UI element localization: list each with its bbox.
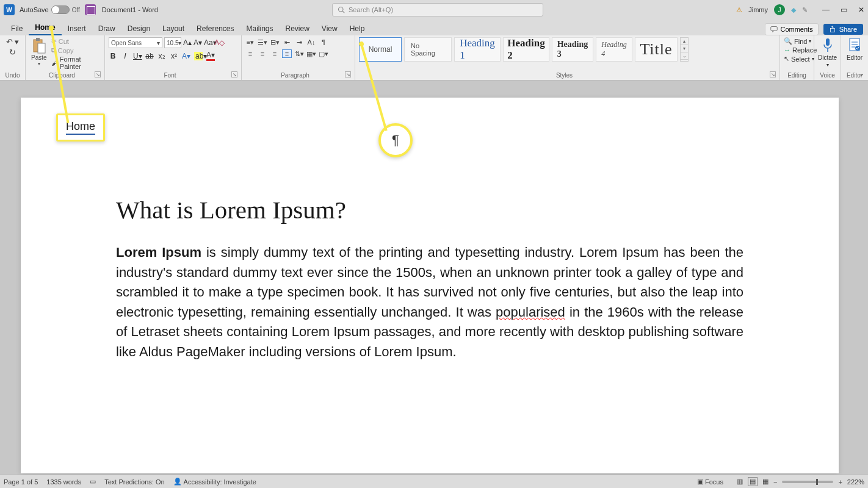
redo-button[interactable]: ↻ xyxy=(9,48,16,57)
web-layout-button[interactable]: ▦ xyxy=(762,478,769,486)
underline-button[interactable]: U▾ xyxy=(133,52,142,60)
autosave-toggle[interactable] xyxy=(51,5,70,14)
tab-design[interactable]: Design xyxy=(121,22,156,35)
sort-button[interactable]: A↓ xyxy=(306,38,316,46)
clipboard-label: Clipboard xyxy=(29,71,95,79)
justify-button[interactable]: ≡ xyxy=(282,49,292,58)
align-left-button[interactable]: ≡ xyxy=(245,49,255,58)
increase-font-button[interactable]: A▴ xyxy=(183,38,192,47)
document-page[interactable]: What is Lorem Ipsum? Lorem Ipsum is simp… xyxy=(21,98,839,473)
zoom-in-button[interactable]: + xyxy=(838,478,842,486)
editing-label: Editing xyxy=(784,71,810,79)
show-hide-paragraph-button[interactable]: ¶ xyxy=(319,37,328,47)
paragraph-label: Paragraph xyxy=(245,71,345,79)
styles-launcher[interactable]: ↘ xyxy=(770,71,776,77)
status-predictions[interactable]: Text Predictions: On xyxy=(104,478,164,486)
diamond-icon[interactable]: ◆ xyxy=(791,6,796,14)
user-name[interactable]: Jimmy xyxy=(748,6,768,13)
save-icon[interactable] xyxy=(85,4,96,15)
status-accessibility[interactable]: 👤Accessibility: Investigate xyxy=(173,478,256,486)
minimize-button[interactable]: — xyxy=(822,5,830,14)
shading-button[interactable]: ▦▾ xyxy=(306,49,316,58)
multilevel-button[interactable]: ⊟▾ xyxy=(270,38,280,46)
dictate-button[interactable]: Dictate▾ xyxy=(818,37,837,68)
decrease-indent-button[interactable]: ⇤ xyxy=(282,38,292,46)
align-center-button[interactable]: ≡ xyxy=(258,49,267,58)
avatar[interactable]: J xyxy=(774,4,785,15)
paragraph-launcher[interactable]: ↘ xyxy=(345,71,351,77)
font-group: Open Sans▾ 10.5▾ A▴ A▾ Aa▾ A◇ B I U▾ ab … xyxy=(105,35,242,80)
status-spell-icon[interactable]: ▭ xyxy=(90,478,96,486)
cut-button[interactable]: ✂Cut xyxy=(51,37,101,45)
tab-insert[interactable]: Insert xyxy=(62,22,92,35)
tab-review[interactable]: Review xyxy=(280,22,316,35)
font-color-button[interactable]: A▾ xyxy=(206,51,215,61)
tab-layout[interactable]: Layout xyxy=(156,22,190,35)
read-mode-button[interactable]: ▥ xyxy=(737,478,743,486)
select-button[interactable]: ↖Select▾ xyxy=(784,55,810,63)
style-heading-1[interactable]: Heading 1 xyxy=(454,37,501,62)
line-spacing-button[interactable]: ⇅▾ xyxy=(294,49,304,58)
warning-icon[interactable]: ⚠ xyxy=(736,6,742,14)
tab-home[interactable]: Home xyxy=(29,21,61,35)
font-launcher[interactable]: ↘ xyxy=(231,71,237,77)
highlight-button[interactable]: ab▾ xyxy=(194,52,203,60)
close-button[interactable]: ✕ xyxy=(858,5,864,14)
zoom-slider[interactable] xyxy=(782,481,833,483)
status-words[interactable]: 1335 words xyxy=(46,478,81,486)
borders-button[interactable]: ▢▾ xyxy=(319,49,328,58)
comments-button[interactable]: Comments xyxy=(765,23,818,35)
search-input[interactable]: Search (Alt+Q) xyxy=(332,3,543,16)
italic-button[interactable]: I xyxy=(121,52,129,60)
clipboard-launcher[interactable]: ↘ xyxy=(95,71,101,77)
editor-button[interactable]: Editor xyxy=(845,37,864,61)
collapse-ribbon-button[interactable]: ⌄ xyxy=(859,70,864,77)
zoom-level[interactable]: 222% xyxy=(847,478,864,486)
svg-rect-2 xyxy=(771,27,778,31)
tab-draw[interactable]: Draw xyxy=(92,22,121,35)
style-heading-4[interactable]: Heading 4 xyxy=(596,37,632,62)
tab-file[interactable]: File xyxy=(5,22,29,35)
bullets-button[interactable]: ≡▾ xyxy=(245,38,255,46)
increase-indent-button[interactable]: ⇥ xyxy=(294,38,304,46)
strikethrough-button[interactable]: ab xyxy=(145,52,154,60)
doc-spell-error[interactable]: popularised xyxy=(496,304,565,320)
font-size-dropdown[interactable]: 10.5▾ xyxy=(164,37,181,48)
font-name-dropdown[interactable]: Open Sans▾ xyxy=(109,37,162,48)
decrease-font-button[interactable]: A▾ xyxy=(193,38,202,47)
print-layout-button[interactable]: ▤ xyxy=(748,477,758,486)
find-button[interactable]: 🔍Find▾ xyxy=(784,37,810,45)
style-heading-3[interactable]: Heading 3 xyxy=(552,37,593,62)
align-right-button[interactable]: ≡ xyxy=(270,49,280,58)
replace-button[interactable]: ↔Replace xyxy=(784,46,810,54)
doc-body[interactable]: Lorem Ipsum is simply dummy text of the … xyxy=(116,243,743,362)
style-no-spacing[interactable]: No Spacing xyxy=(404,37,452,62)
focus-mode-button[interactable]: ▣Focus xyxy=(697,478,723,486)
pen-icon[interactable]: ✎ xyxy=(802,6,808,14)
share-button[interactable]: Share xyxy=(823,24,863,35)
copy-button[interactable]: ⧉Copy xyxy=(51,46,101,54)
change-case-button[interactable]: Aa▾ xyxy=(204,38,212,47)
paste-button[interactable]: Paste ▾ xyxy=(29,37,49,66)
superscript-button[interactable]: x² xyxy=(170,52,178,60)
bold-button[interactable]: B xyxy=(109,52,117,60)
style-title[interactable]: Title xyxy=(635,37,678,62)
styles-scroll[interactable]: ▴▾⌄ xyxy=(680,37,689,62)
doc-heading[interactable]: What is Lorem Ipsum? xyxy=(116,195,743,224)
style-heading-2[interactable]: Heading 2 xyxy=(503,37,549,62)
text-effects-button[interactable]: A▾ xyxy=(182,52,190,60)
maximize-button[interactable]: ▭ xyxy=(841,5,847,14)
undo-group: ↶ ▾ ↻ Undo xyxy=(0,35,26,80)
status-page[interactable]: Page 1 of 5 xyxy=(4,478,38,486)
tab-references[interactable]: References xyxy=(190,22,240,35)
undo-button[interactable]: ↶ ▾ xyxy=(6,37,20,46)
tab-view[interactable]: View xyxy=(316,22,344,35)
tab-help[interactable]: Help xyxy=(344,22,371,35)
ribbon: ↶ ▾ ↻ Undo Paste ▾ ✂Cut ⧉Copy 🖌Format Pa… xyxy=(0,35,868,81)
zoom-out-button[interactable]: − xyxy=(773,478,777,486)
clear-formatting-button[interactable]: A◇ xyxy=(214,38,223,47)
tab-mailings[interactable]: Mailings xyxy=(240,22,279,35)
subscript-button[interactable]: x₂ xyxy=(157,52,166,60)
numbering-button[interactable]: ☰▾ xyxy=(258,38,267,46)
title-bar: W AutoSave Off Document1 - Word Search (… xyxy=(0,0,868,20)
